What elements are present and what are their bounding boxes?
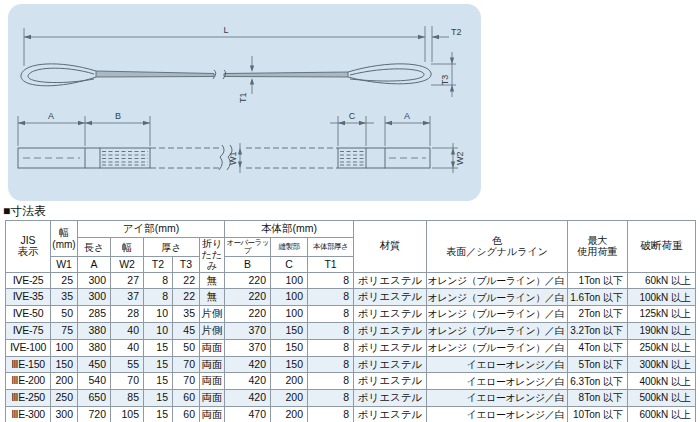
eye-width-w2: 55 xyxy=(111,356,144,373)
breaking-load: 100kN 以上 xyxy=(628,289,696,306)
breaking-load: 60kN 以上 xyxy=(628,272,696,289)
thickness-t2: 8 xyxy=(144,289,173,306)
max-working-load: 4Ton 以下 xyxy=(568,339,628,356)
body-thickness-t1: 8 xyxy=(308,272,354,289)
max-working-load: 10Ton 以下 xyxy=(568,406,628,422)
section-title: ■寸法表 xyxy=(3,203,46,220)
header-sym-t2: T2 xyxy=(144,257,173,272)
thickness-t3: 22 xyxy=(173,289,200,306)
thickness-t3: 35 xyxy=(173,306,200,323)
header-thickness: 厚さ xyxy=(144,238,200,257)
overlap-b: 370 xyxy=(225,322,271,339)
header-jis: JIS 表示 xyxy=(6,221,51,273)
body-thickness-t1: 8 xyxy=(308,356,354,373)
body-thickness-t1: 8 xyxy=(308,373,354,390)
body-thickness-t1: 8 xyxy=(308,390,354,407)
table-row: ⅢE-200200540701570両面4202008ポリエステルイエローオレン… xyxy=(6,373,696,390)
max-working-load: 1Ton 以下 xyxy=(568,272,628,289)
eye-width-w2: 40 xyxy=(111,339,144,356)
material: ポリエステル xyxy=(354,390,427,407)
folding: 両面 xyxy=(200,406,225,422)
body-thickness-t1: 8 xyxy=(308,289,354,306)
breaking-load: 190kN 以上 xyxy=(628,322,696,339)
thickness-t2: 15 xyxy=(144,390,173,407)
jis-code: ⅢE-300 xyxy=(6,406,51,422)
jis-code: ⅣE-35 xyxy=(6,289,51,306)
sewn-c: 200 xyxy=(271,406,308,422)
color: イエローオレンジ／白 xyxy=(427,356,568,373)
eye-length-a: 285 xyxy=(78,306,111,323)
table-body: ⅣE-252530027822無2201008ポリエステルオレンジ（ブルーライン… xyxy=(6,272,696,422)
eye-length-a: 380 xyxy=(78,339,111,356)
body-thickness-t1: 8 xyxy=(308,339,354,356)
eye-length-a: 450 xyxy=(78,356,111,373)
thickness-t3: 60 xyxy=(173,406,200,422)
header-material: 材質 xyxy=(354,221,427,273)
folding: 両面 xyxy=(200,356,225,373)
header-breaking-load: 破断荷重 xyxy=(628,221,696,273)
body-thickness-t1: 8 xyxy=(308,306,354,323)
dim-label-T3: T3 xyxy=(440,75,450,86)
width-w1: 300 xyxy=(51,406,78,422)
dim-label-W2: W2 xyxy=(455,152,465,166)
folding: 両面 xyxy=(200,373,225,390)
dim-label-T2: T2 xyxy=(451,27,462,37)
thickness-t2: 10 xyxy=(144,306,173,323)
header-sym-t1: T1 xyxy=(308,257,354,272)
header-folding: 折り たたみ xyxy=(200,238,225,273)
eye-length-a: 300 xyxy=(78,289,111,306)
folding: 無 xyxy=(200,289,225,306)
eye-length-a: 380 xyxy=(78,322,111,339)
sewn-c: 200 xyxy=(271,373,308,390)
folding: 両面 xyxy=(200,390,225,407)
jis-code: ⅣE-50 xyxy=(6,306,51,323)
width-w1: 50 xyxy=(51,306,78,323)
color: オレンジ（ブルーライン）／白 xyxy=(427,306,568,323)
material: ポリエステル xyxy=(354,306,427,323)
body-thickness-t1: 8 xyxy=(308,406,354,422)
jis-code: ⅣE-75 xyxy=(6,322,51,339)
sewn-c: 100 xyxy=(271,306,308,323)
header-sym-w2: W2 xyxy=(111,257,144,272)
header-body-group: 本体部(mm) xyxy=(225,221,354,238)
eye-length-a: 540 xyxy=(78,373,111,390)
material: ポリエステル xyxy=(354,373,427,390)
material: ポリエステル xyxy=(354,339,427,356)
sewn-c: 200 xyxy=(271,390,308,407)
material: ポリエステル xyxy=(354,356,427,373)
eye-length-a: 720 xyxy=(78,406,111,422)
dim-label-T1: T1 xyxy=(238,92,248,103)
color: オレンジ（ブルーライン）／白 xyxy=(427,339,568,356)
header-sym-w1: W1 xyxy=(51,257,78,272)
table-row: ⅣE-100100380401550両面3701508ポリエステルオレンジ（ブル… xyxy=(6,339,696,356)
eye-width-w2: 37 xyxy=(111,289,144,306)
header-sym-a: A xyxy=(78,257,111,272)
max-working-load: 8Ton 以下 xyxy=(568,390,628,407)
table-row: ⅣE-252530027822無2201008ポリエステルオレンジ（ブルーライン… xyxy=(6,272,696,289)
thickness-t2: 15 xyxy=(144,339,173,356)
eye-length-a: 300 xyxy=(78,272,111,289)
width-w1: 200 xyxy=(51,373,78,390)
eye-length-a: 650 xyxy=(78,390,111,407)
thickness-t2: 15 xyxy=(144,373,173,390)
material: ポリエステル xyxy=(354,322,427,339)
folding: 両面 xyxy=(200,339,225,356)
material: ポリエステル xyxy=(354,289,427,306)
jis-code: ⅣE-25 xyxy=(6,272,51,289)
body-thickness-t1: 8 xyxy=(308,322,354,339)
max-working-load: 2Ton 以下 xyxy=(568,306,628,323)
header-width-mm: 幅 (mm) xyxy=(51,221,78,257)
material: ポリエステル xyxy=(354,406,427,422)
thickness-t3: 45 xyxy=(173,322,200,339)
header-overlap: オーバーラップ xyxy=(225,238,271,257)
color: イエローオレンジ／白 xyxy=(427,373,568,390)
dimension-table: JIS 表示 幅 (mm) アイ部(mm) 本体部(mm) 材質 色 表面／シグ… xyxy=(5,220,696,422)
overlap-b: 220 xyxy=(225,289,271,306)
dim-label-W1: W1 xyxy=(228,152,238,166)
header-eye-width: 幅 xyxy=(111,238,144,257)
dim-label-A-right: A xyxy=(404,111,410,121)
max-working-load: 5Ton 以下 xyxy=(568,356,628,373)
overlap-b: 220 xyxy=(225,272,271,289)
table-row: ⅣE-5050285281035片側2201008ポリエステルオレンジ（ブルーラ… xyxy=(6,306,696,323)
jis-code: ⅢE-200 xyxy=(6,373,51,390)
